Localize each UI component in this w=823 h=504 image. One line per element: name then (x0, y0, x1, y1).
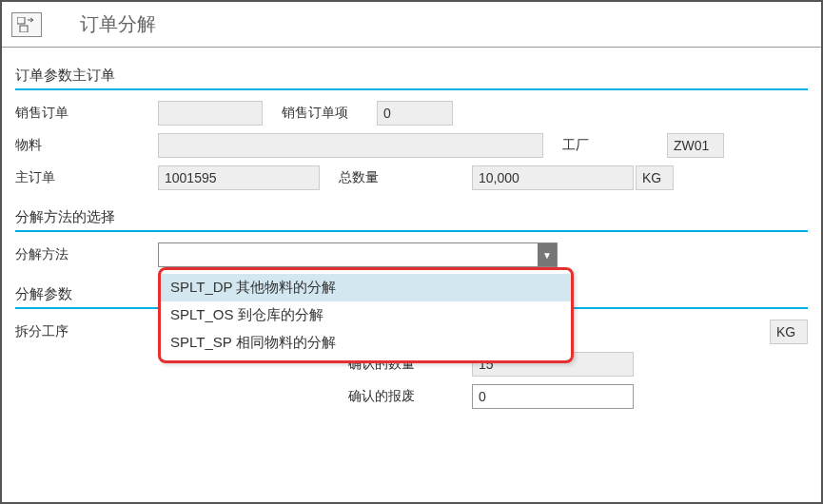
total-qty-label: 总数量 (339, 169, 472, 186)
section-title: 分解方法的选择 (15, 208, 808, 232)
chevron-down-icon[interactable]: ▼ (538, 243, 557, 266)
row-main-order: 主订单 1001595 总数量 10,000 KG (15, 165, 808, 191)
method-dropdown[interactable]: ▼ SPLT_DP 其他物料的分解 SPLT_OS 到仓库的分解 SPLT_SP… (158, 242, 558, 267)
row-confirm-scrap: 确认的报废 0 (15, 383, 808, 410)
plant-label: 工厂 (562, 137, 667, 154)
layout-icon (17, 17, 36, 32)
sales-item-input[interactable]: 0 (377, 101, 453, 126)
sales-item-label: 销售订单项 (282, 105, 377, 122)
method-label: 分解方法 (15, 246, 158, 263)
menu-icon-button[interactable] (11, 12, 42, 37)
conf-scrap-input[interactable]: 0 (472, 384, 634, 409)
sales-order-input[interactable] (158, 101, 263, 126)
dropdown-option[interactable]: SPLT_OS 到仓库的分解 (161, 301, 571, 329)
dropdown-option[interactable]: SPLT_DP 其他物料的分解 (161, 274, 571, 301)
split-op-label: 拆分工序 (15, 323, 158, 340)
main-order-label: 主订单 (15, 169, 158, 186)
row-sales-order: 销售订单 销售订单项 0 (15, 100, 808, 126)
section-title: 订单参数主订单 (15, 67, 808, 90)
split-op-unit: KG (770, 320, 808, 344)
method-dropdown-list: SPLT_DP 其他物料的分解 SPLT_OS 到仓库的分解 SPLT_SP 相… (158, 267, 574, 363)
main-order-input[interactable]: 1001595 (158, 165, 320, 190)
page-title: 订单分解 (80, 11, 156, 37)
section-order-params: 订单参数主订单 销售订单 销售订单项 0 物料 工厂 ZW01 主订单 1001… (15, 67, 808, 191)
row-material: 物料 工厂 ZW01 (15, 132, 808, 159)
svg-rect-0 (17, 17, 25, 24)
method-dropdown-field[interactable]: ▼ (158, 242, 558, 267)
svg-rect-1 (20, 26, 28, 32)
conf-scrap-label: 确认的报废 (348, 388, 472, 405)
sales-order-label: 销售订单 (15, 105, 158, 122)
total-qty-input[interactable]: 10,000 (472, 165, 634, 190)
row-method: 分解方法 ▼ SPLT_DP 其他物料的分解 SPLT_OS 到仓库的分解 SP… (15, 242, 808, 268)
material-label: 物料 (15, 137, 158, 154)
section-split-method: 分解方法的选择 分解方法 ▼ SPLT_DP 其他物料的分解 SPLT_OS 到… (15, 208, 808, 268)
dropdown-option[interactable]: SPLT_SP 相同物料的分解 (161, 329, 571, 357)
plant-input[interactable]: ZW01 (667, 133, 724, 158)
header-bar: 订单分解 (2, 2, 821, 48)
content-area: 订单参数主订单 销售订单 销售订单项 0 物料 工厂 ZW01 主订单 1001… (2, 48, 821, 410)
material-input[interactable] (158, 133, 543, 158)
total-qty-unit: KG (636, 165, 674, 190)
